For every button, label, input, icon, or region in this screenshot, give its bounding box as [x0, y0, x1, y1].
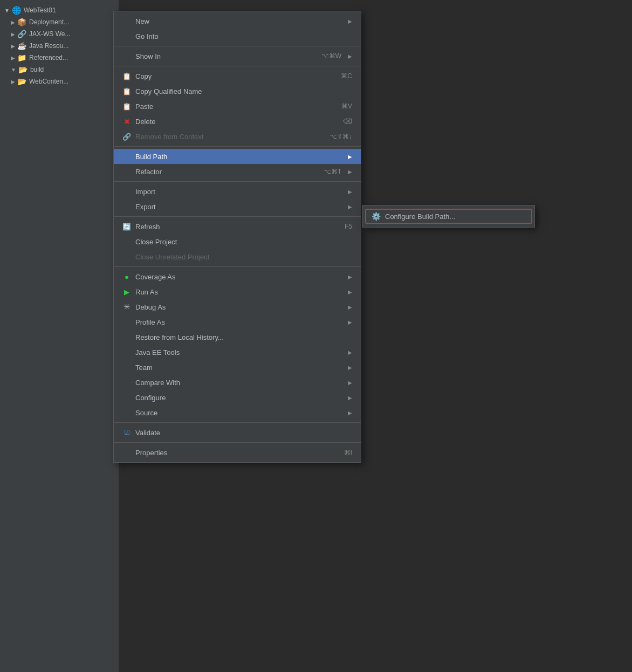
menu-item-remove-from-context: 🔗 Remove from Context ⌥⇧⌘↓ [114, 129, 361, 144]
copy-icon: 📋 [122, 72, 131, 80]
menu-item-label: Copy Qualified Name [135, 87, 202, 95]
submenu-arrow-icon: ▶ [348, 154, 352, 160]
menu-item-restore-history[interactable]: Restore from Local History... [114, 330, 361, 345]
menu-item-label: Source [135, 409, 157, 417]
menu-item-run-as[interactable]: ▶ Run As ▶ [114, 284, 361, 299]
menu-separator [114, 266, 361, 267]
paste-icon: 📋 [122, 102, 131, 111]
menu-item-paste[interactable]: 📋 Paste ⌘V [114, 99, 361, 114]
menu-item-debug-as[interactable]: ✳ Debug As ▶ [114, 299, 361, 314]
menu-item-label: Refactor [135, 168, 162, 176]
menu-item-export[interactable]: Export ▶ [114, 199, 361, 214]
delete-icon: ✖ [122, 117, 131, 126]
menu-item-label: Compare With [135, 379, 180, 387]
menu-item-validate[interactable]: ☑ Validate [114, 425, 361, 440]
team-icon [122, 363, 131, 372]
menu-item-label: Delete [135, 118, 156, 126]
menu-item-compare-with[interactable]: Compare With ▶ [114, 375, 361, 390]
menu-item-configure[interactable]: Configure ▶ [114, 390, 361, 405]
menu-item-label: Close Unrelated Project [135, 253, 209, 261]
menu-item-source[interactable]: Source ▶ [114, 405, 361, 420]
menu-item-label: Validate [135, 429, 160, 437]
java-ee-icon [122, 348, 131, 356]
context-menu: New ▶ Go Into Show In ⌥⌘W ▶ [113, 11, 361, 463]
menu-separator [114, 46, 361, 46]
build-path-icon [122, 152, 131, 161]
menu-item-label: Run As [135, 288, 158, 296]
menu-item-label: Show In [135, 52, 161, 60]
menu-item-properties[interactable]: Properties ⌘I [114, 445, 361, 460]
menu-item-java-ee-tools[interactable]: Java EE Tools ▶ [114, 345, 361, 360]
refactor-icon [122, 167, 131, 176]
submenu-arrow-icon: ▶ [348, 319, 352, 325]
menu-item-label: Restore from Local History... [135, 333, 224, 341]
menu-item-go-into[interactable]: Go Into [114, 29, 361, 44]
context-menu-overlay: New ▶ Go Into Show In ⌥⌘W ▶ [0, 0, 632, 672]
menu-item-refresh[interactable]: 🔄 Refresh F5 [114, 219, 361, 234]
menu-item-label: Export [135, 203, 156, 211]
menu-separator [114, 422, 361, 423]
submenu-arrow-icon: ▶ [348, 304, 352, 310]
menu-item-coverage-as[interactable]: ● Coverage As ▶ [114, 269, 361, 284]
close-project-icon [122, 237, 131, 246]
shortcut-label: ⌘V [341, 102, 352, 110]
configure-build-path-label: Configure Build Path... [385, 212, 455, 221]
show-in-icon [122, 52, 131, 60]
shortcut-label: ⌘I [344, 449, 352, 456]
checkbox-icon: ☑ [122, 428, 131, 437]
submenu-arrow-icon: ▶ [348, 274, 352, 280]
menu-separator [114, 66, 361, 66]
shortcut-label: ⌫ [343, 118, 352, 125]
menu-item-label: New [135, 17, 149, 25]
menu-item-label: Properties [135, 449, 167, 457]
menu-item-label: Go Into [135, 32, 159, 40]
close-unrelated-icon [122, 252, 131, 261]
menu-item-copy[interactable]: 📋 Copy ⌘C [114, 68, 361, 84]
menu-item-refactor[interactable]: Refactor ⌥⌘T ▶ [114, 164, 361, 179]
menu-item-label: Debug As [135, 303, 166, 311]
menu-item-label: Refresh [135, 223, 160, 231]
submenu-arrow-icon: ▶ [348, 169, 352, 175]
debug-icon: ✳ [122, 303, 131, 311]
submenu-arrow-icon: ▶ [348, 395, 352, 401]
compare-icon [122, 378, 131, 387]
submenu-arrow-icon: ▶ [348, 204, 352, 210]
menu-item-import[interactable]: Import ▶ [114, 184, 361, 199]
source-icon [122, 408, 131, 417]
menu-item-label: Copy [135, 72, 152, 80]
menu-item-close-project[interactable]: Close Project [114, 234, 361, 249]
gear-icon: ⚙️ [372, 212, 381, 221]
shortcut-label: ⌘C [341, 72, 352, 80]
menu-item-build-path[interactable]: Build Path ▶ [114, 149, 361, 164]
menu-item-delete[interactable]: ✖ Delete ⌫ [114, 114, 361, 129]
submenu-arrow-icon: ▶ [348, 410, 352, 416]
configure-icon [122, 393, 131, 402]
configure-build-path-item[interactable]: ⚙️ Configure Build Path... [365, 209, 532, 224]
menu-item-profile-as[interactable]: Profile As ▶ [114, 314, 361, 330]
menu-item-label: Team [135, 364, 153, 372]
go-into-icon [122, 32, 131, 40]
menu-item-team[interactable]: Team ▶ [114, 360, 361, 375]
menu-item-copy-qualified-name[interactable]: 📋 Copy Qualified Name [114, 84, 361, 99]
shortcut-label: ⌥⌘W [321, 52, 341, 60]
menu-item-show-in[interactable]: Show In ⌥⌘W ▶ [114, 49, 361, 64]
restore-icon [122, 333, 131, 341]
menu-item-label: Coverage As [135, 273, 175, 281]
properties-icon [122, 448, 131, 457]
menu-item-label: Paste [135, 102, 153, 111]
menu-item-label: Profile As [135, 318, 165, 326]
refresh-icon: 🔄 [122, 222, 131, 231]
menu-separator [114, 146, 361, 147]
menu-separator [114, 216, 361, 217]
menu-item-label: Java EE Tools [135, 348, 180, 356]
submenu-arrow-icon: ▶ [348, 349, 352, 355]
menu-item-label: Close Project [135, 238, 177, 246]
shortcut-label: ⌥⇧⌘↓ [329, 133, 352, 140]
build-path-submenu: ⚙️ Configure Build Path... [362, 205, 535, 228]
export-icon [122, 202, 131, 211]
menu-item-new[interactable]: New ▶ [114, 13, 361, 29]
profile-icon [122, 318, 131, 326]
menu-separator [114, 442, 361, 443]
run-icon: ▶ [122, 287, 131, 296]
import-icon [122, 187, 131, 196]
